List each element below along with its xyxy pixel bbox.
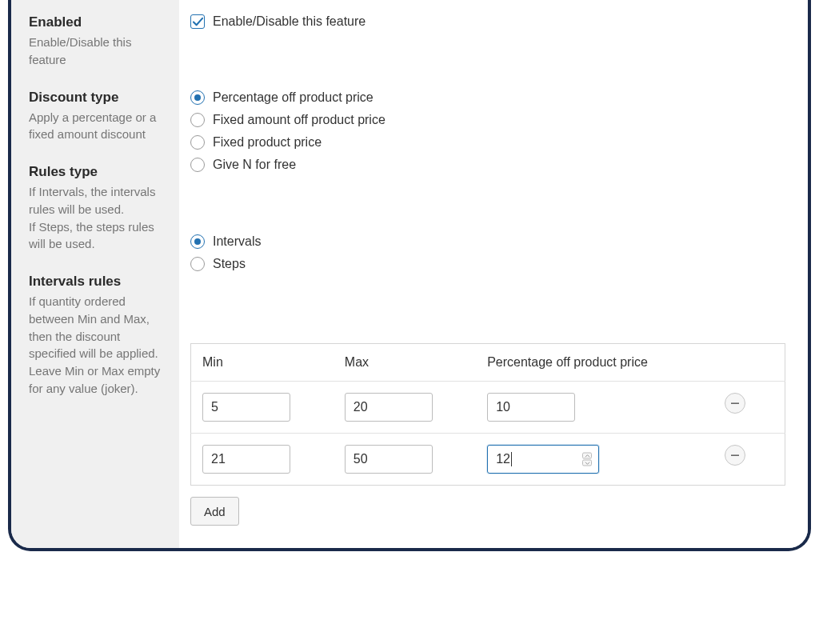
section-title-intervals-rules: Intervals rules [29, 274, 165, 290]
enabled-field: Enable/Disable this feature [190, 14, 785, 90]
section-title-rules-type: Rules type [29, 164, 165, 180]
input-value: 5 [211, 400, 218, 414]
discount-type-field: Percentage off product price Fixed amoun… [190, 90, 785, 234]
section-discount-type-label: Discount type Apply a percentage or a fi… [29, 90, 165, 144]
radio-label: Intervals [213, 234, 261, 249]
rules-type-option-intervals[interactable]: Intervals [190, 234, 785, 249]
section-rules-type-label: Rules type If Intervals, the intervals r… [29, 164, 165, 253]
radio-label: Give N for free [213, 158, 296, 172]
svg-rect-0 [731, 402, 739, 404]
enabled-checkbox[interactable] [190, 14, 205, 29]
th-value: Percentage off product price [476, 344, 713, 382]
discount-type-option-give-n-free[interactable]: Give N for free [190, 158, 785, 172]
discount-type-option-fixed-price[interactable]: Fixed product price [190, 135, 785, 150]
minus-icon [730, 402, 740, 405]
input-value: 21 [211, 452, 226, 466]
text-caret [511, 452, 512, 466]
remove-row-button[interactable] [725, 393, 745, 414]
radio-label: Steps [213, 257, 246, 271]
radio-intervals[interactable] [190, 234, 205, 249]
minus-icon [730, 454, 740, 457]
add-row-button[interactable]: Add [190, 497, 239, 526]
section-title-enabled: Enabled [29, 14, 165, 30]
th-min: Min [191, 344, 334, 382]
max-input[interactable]: 20 [345, 393, 433, 422]
table-header-row: Min Max Percentage off product price [191, 344, 785, 382]
table-row: 5 20 10 [191, 382, 785, 434]
left-column: Enabled Enable/Disable this feature Disc… [11, 0, 179, 548]
section-title-discount-type: Discount type [29, 90, 165, 106]
input-value: 20 [354, 400, 368, 414]
check-icon [193, 17, 203, 27]
section-desc-enabled: Enable/Disable this feature [29, 34, 165, 69]
intervals-rules-field: Min Max Percentage off product price 5 [190, 343, 785, 526]
radio-percentage-off[interactable] [190, 90, 205, 105]
stepper-down[interactable] [582, 460, 592, 466]
min-input[interactable]: 5 [202, 393, 290, 422]
enabled-checkbox-label: Enable/Disable this feature [213, 14, 366, 29]
remove-row-button[interactable] [725, 445, 745, 466]
input-value: 12 [496, 452, 510, 466]
section-enabled-label: Enabled Enable/Disable this feature [29, 14, 165, 69]
right-column: Enable/Disable this feature Percentage o… [179, 0, 808, 548]
enabled-checkbox-row[interactable]: Enable/Disable this feature [190, 14, 785, 29]
radio-label: Fixed product price [213, 135, 322, 150]
section-intervals-rules-label: Intervals rules If quantity ordered betw… [29, 274, 165, 398]
section-desc-intervals-rules: If quantity ordered between Min and Max,… [29, 293, 165, 398]
section-desc-rules-type: If Intervals, the intervals rules will b… [29, 183, 165, 253]
input-value: 10 [496, 400, 510, 414]
table-row: 21 50 12 [191, 434, 785, 486]
chevron-down-icon [585, 461, 590, 465]
quantity-stepper[interactable] [582, 453, 593, 466]
chevron-up-icon [585, 454, 590, 458]
intervals-rules-table: Min Max Percentage off product price 5 [190, 343, 785, 486]
radio-label: Percentage off product price [213, 90, 374, 105]
radio-give-n-free[interactable] [190, 158, 205, 172]
svg-rect-1 [731, 454, 739, 456]
discount-type-option-percentage[interactable]: Percentage off product price [190, 90, 785, 105]
radio-label: Fixed amount off product price [213, 113, 386, 127]
settings-panel: Enabled Enable/Disable this feature Disc… [8, 0, 811, 551]
rules-type-option-steps[interactable]: Steps [190, 257, 785, 271]
th-max: Max [334, 344, 476, 382]
value-input[interactable]: 12 [487, 445, 599, 474]
value-input[interactable]: 10 [487, 393, 575, 422]
section-desc-discount-type: Apply a percentage or a fixed amount dis… [29, 109, 165, 144]
stepper-up[interactable] [582, 453, 592, 459]
radio-fixed-amount-off[interactable] [190, 113, 205, 127]
rules-type-field: Intervals Steps [190, 234, 785, 338]
max-input[interactable]: 50 [345, 445, 433, 474]
discount-type-option-fixed-amount[interactable]: Fixed amount off product price [190, 113, 785, 127]
min-input[interactable]: 21 [202, 445, 290, 474]
radio-steps[interactable] [190, 257, 205, 271]
radio-fixed-product-price[interactable] [190, 135, 205, 150]
input-value: 50 [354, 452, 368, 466]
th-actions [713, 344, 785, 382]
